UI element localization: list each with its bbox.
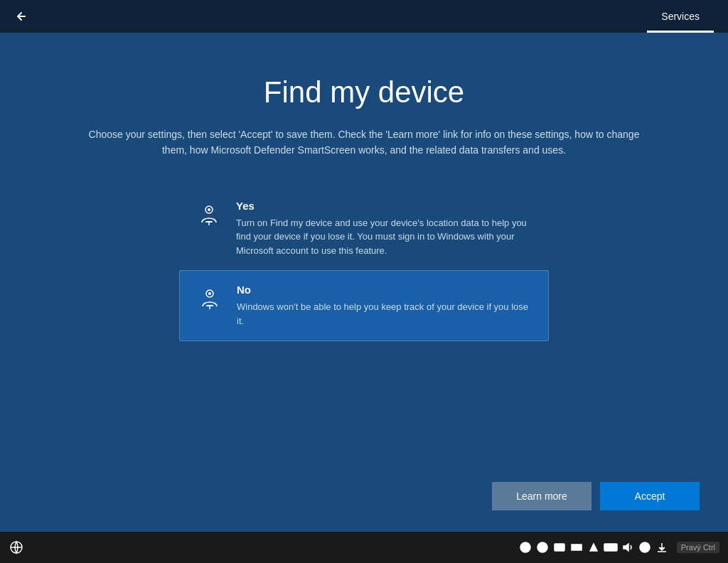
svg-point-10 — [520, 542, 530, 552]
learn-more-button[interactable]: Learn more — [492, 482, 592, 510]
svg-rect-18 — [577, 547, 582, 550]
svg-rect-16 — [572, 545, 577, 550]
option-yes-label: Yes — [236, 200, 532, 212]
top-bar: Services — [0, 0, 728, 33]
option-yes-text: Yes Turn on Find my device and use your … — [236, 200, 532, 258]
accept-button[interactable]: Accept — [600, 482, 700, 510]
svg-point-1 — [208, 208, 210, 211]
page-description: Choose your settings, then select 'Accep… — [87, 127, 641, 159]
svg-rect-20 — [604, 544, 617, 551]
svg-point-5 — [208, 292, 211, 295]
svg-rect-2 — [205, 221, 213, 222]
right-ctrl-label: Pravý Ctrl — [677, 542, 719, 553]
option-no-text: No Windows won't be able to help you kee… — [237, 284, 531, 328]
bottom-bar: Learn more Accept — [0, 461, 728, 532]
tray-icon-download[interactable] — [654, 540, 670, 555]
taskbar-left — [9, 540, 24, 555]
option-no-desc: Windows won't be able to help you keep t… — [237, 300, 531, 328]
taskbar: Pravý Ctrl — [0, 532, 728, 563]
option-yes-desc: Turn on Find my device and use your devi… — [236, 216, 532, 258]
option-no-label: No — [237, 284, 531, 296]
back-button[interactable] — [14, 9, 28, 23]
tray-icon-4[interactable] — [569, 540, 584, 555]
system-tray — [518, 540, 670, 555]
options-container: Yes Turn on Find my device and use your … — [179, 187, 549, 342]
svg-point-12 — [540, 545, 545, 549]
device-location-icon-yes — [196, 201, 222, 227]
option-no[interactable]: No Windows won't be able to help you kee… — [179, 270, 549, 341]
taskbar-right: Pravý Ctrl — [518, 540, 719, 555]
taskbar-globe-icon[interactable] — [9, 540, 24, 555]
main-content: Find my device Choose your settings, the… — [0, 33, 728, 461]
page-title: Find my device — [264, 75, 464, 109]
svg-rect-6 — [206, 305, 213, 306]
nav-item-services[interactable]: Services — [647, 0, 714, 33]
tray-icon-volume[interactable] — [620, 540, 636, 555]
svg-rect-13 — [555, 544, 564, 551]
option-yes[interactable]: Yes Turn on Find my device and use your … — [179, 187, 549, 271]
tray-icon-3[interactable] — [552, 540, 567, 555]
tray-icon-5[interactable] — [586, 540, 601, 555]
tray-icon-1[interactable] — [518, 540, 533, 555]
device-location-icon-no — [197, 285, 223, 311]
tray-icon-2[interactable] — [535, 540, 550, 555]
tray-icon-keyboard[interactable] — [603, 540, 619, 555]
tray-icon-globe[interactable] — [637, 540, 653, 555]
top-nav: Services — [647, 0, 714, 33]
